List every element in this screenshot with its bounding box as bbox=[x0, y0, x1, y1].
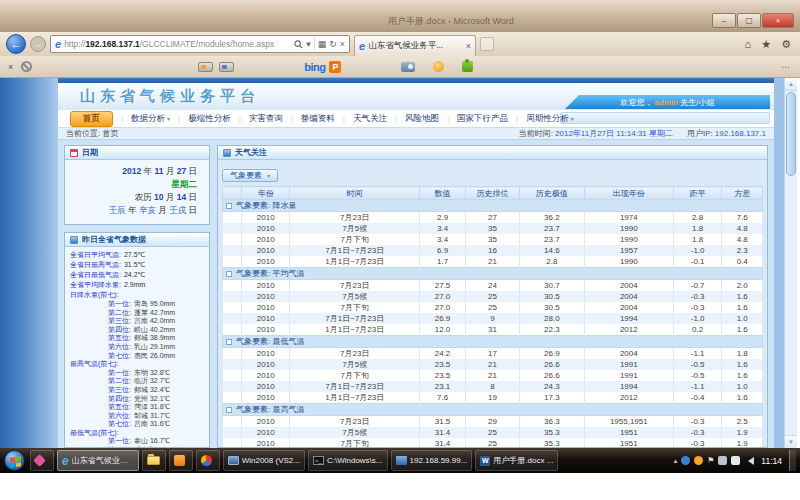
taskbar-button-cmd[interactable]: >_C:\Windows\s... bbox=[308, 450, 388, 471]
paw-icon[interactable] bbox=[433, 61, 444, 72]
taskbar-clock[interactable]: 11:14 bbox=[761, 456, 782, 466]
close-button[interactable]: × bbox=[762, 13, 794, 28]
show-desktop-button[interactable] bbox=[789, 450, 796, 471]
nav-item-8[interactable]: 周期性分析▾ bbox=[518, 113, 582, 125]
address-bar[interactable]: e http://192.168.137.1/GLCCLIMATE/module… bbox=[50, 35, 350, 53]
element-filter-button[interactable]: 气象要素 ▾ bbox=[222, 169, 278, 182]
network-icon[interactable] bbox=[718, 456, 727, 465]
table-row[interactable]: 20101月1日~7月23日7.61917.32012-0.41.6 bbox=[223, 392, 763, 404]
new-tab-button[interactable] bbox=[480, 37, 494, 51]
maximize-button[interactable]: ▢ bbox=[737, 13, 761, 28]
taskbar-button-launcher[interactable] bbox=[30, 450, 54, 471]
table-row[interactable]: 20107月5候27.02530.52004-0.31.6 bbox=[223, 291, 763, 302]
group-row-0[interactable]: 气象要素: 降水量 bbox=[223, 200, 763, 212]
table-row[interactable]: 20107月下旬31.42535.31951-0.31.9 bbox=[223, 438, 763, 447]
start-button[interactable] bbox=[4, 450, 25, 471]
taskbar-button-ie[interactable]: e山东省气候业务平台 bbox=[57, 450, 139, 471]
table-row[interactable]: 20107月23日2.92736.219742.87.6 bbox=[223, 212, 763, 224]
checkbox-icon[interactable] bbox=[226, 271, 232, 277]
taskbar-button-rdp[interactable]: 192.168.59.99... bbox=[391, 450, 473, 471]
summary-line: 全省平均降水量:2.9mm bbox=[70, 281, 207, 290]
hidden-icons-icon[interactable]: ▴ bbox=[674, 457, 678, 465]
group-label: 气象要素: 最高气温 bbox=[236, 405, 304, 414]
p-badge-icon[interactable]: P bbox=[329, 61, 341, 73]
nav-item-6[interactable]: 风险地图 bbox=[397, 113, 447, 125]
mail-icon[interactable] bbox=[198, 62, 213, 72]
table-cell: 1994 bbox=[584, 381, 673, 392]
checkbox-icon[interactable] bbox=[226, 339, 232, 345]
taskbar-button-folder[interactable] bbox=[142, 450, 166, 471]
rank-label: 第四位: bbox=[108, 395, 131, 402]
nav-item-4[interactable]: 整编资料 bbox=[293, 113, 343, 125]
overflow-dots-icon[interactable]: ⋯ bbox=[781, 62, 792, 72]
volume-icon[interactable] bbox=[744, 457, 754, 465]
addon-puzzle-icon[interactable] bbox=[462, 61, 473, 72]
flag-icon[interactable]: ⚑ bbox=[707, 456, 714, 465]
desktop-background: 用户手册.docx - Microsoft Word – ▢ × bbox=[0, 0, 800, 32]
taskbar-button-word[interactable]: W用户手册.docx ... bbox=[475, 450, 558, 471]
group-row-2[interactable]: 气象要素: 最低气温 bbox=[223, 336, 763, 348]
minimize-button[interactable]: – bbox=[712, 13, 736, 28]
table-row[interactable]: 20107月23日24.21726.92004-1.11.8 bbox=[223, 348, 763, 360]
toolbar-close-icon[interactable]: × bbox=[8, 62, 13, 72]
tab-close-icon[interactable]: × bbox=[466, 41, 471, 51]
checkbox-icon[interactable] bbox=[226, 407, 232, 413]
back-button[interactable]: ← bbox=[6, 34, 26, 54]
checkbox-icon[interactable] bbox=[226, 203, 232, 209]
rank-label: 第二位: bbox=[108, 309, 131, 316]
nav-item-3[interactable]: 灾害查询 bbox=[241, 113, 291, 125]
home-icon[interactable]: ⌂ bbox=[745, 38, 752, 50]
snagit-icon[interactable] bbox=[21, 61, 32, 72]
stop-icon[interactable]: × bbox=[340, 39, 345, 49]
nav-item-2[interactable]: 极端性分析 bbox=[180, 113, 239, 125]
table-row[interactable]: 20107月5候3.43523.719901.84.8 bbox=[223, 223, 763, 234]
group-label: 气象要素: 降水量 bbox=[236, 201, 296, 210]
table-row[interactable]: 20107月5候23.52126.61991-0.51.6 bbox=[223, 359, 763, 370]
group-row-1[interactable]: 气象要素: 平均气温 bbox=[223, 268, 763, 280]
vertical-scrollbar[interactable]: ▲ ▼ bbox=[784, 78, 797, 448]
yesterday-body: 全省日平均气温:27.5℃全省日最高气温:31.5℃全省日最低气温:24.2℃全… bbox=[65, 247, 209, 448]
sogou-icon[interactable] bbox=[694, 456, 703, 465]
nav-item-5[interactable]: 天气关注 bbox=[345, 113, 395, 125]
table-row[interactable]: 20107月5候31.42535.31951-0.31.9 bbox=[223, 427, 763, 438]
taskbar-button-app-orange[interactable] bbox=[169, 450, 193, 471]
browser-tab[interactable]: e 山东省气候业务平... × bbox=[354, 35, 476, 56]
table-row[interactable]: 20107月下旬27.02530.52004-0.31.6 bbox=[223, 302, 763, 313]
rank-value: 菏泽 31.8℃ bbox=[134, 403, 170, 410]
group-row-3[interactable]: 气象要素: 最高气温 bbox=[223, 404, 763, 416]
window-controls: – ▢ × bbox=[712, 13, 794, 28]
bing-logo[interactable]: bing bbox=[304, 61, 325, 73]
table-row[interactable]: 20101月1日~7月23日1.7212.81990-0.10.4 bbox=[223, 256, 763, 268]
action-center-icon[interactable] bbox=[731, 456, 740, 465]
col-header-5: 出现年份 bbox=[584, 187, 673, 200]
taskbar-button-vm[interactable]: Win2008 (VS2... bbox=[223, 450, 305, 471]
calendar-body: 2012 年 11 月 27 日星期二农历 10 月 14 日壬辰 年 辛亥 月… bbox=[65, 160, 209, 224]
refresh-icon[interactable]: ↻ bbox=[329, 39, 337, 49]
table-row[interactable]: 20107月23日31.52936.31955,1951-0.32.5 bbox=[223, 416, 763, 428]
table-row[interactable]: 20107月1日~7月23日26.9928.01994-1.01.0 bbox=[223, 313, 763, 324]
taskbar-button-media[interactable] bbox=[196, 450, 220, 471]
search-dropdown-icon[interactable]: ▾ bbox=[306, 39, 311, 49]
forward-button[interactable]: → bbox=[30, 36, 46, 52]
table-cell: 14.6 bbox=[519, 245, 584, 256]
nav-item-1[interactable]: 数据分析▾ bbox=[123, 113, 178, 125]
camera-icon[interactable] bbox=[401, 62, 415, 72]
favorites-star-icon[interactable]: ★ bbox=[761, 38, 771, 51]
nav-item-7[interactable]: 国家下行产品 bbox=[449, 113, 516, 125]
scroll-up-icon[interactable]: ▲ bbox=[785, 78, 797, 91]
messenger-icon[interactable] bbox=[681, 456, 690, 465]
table-row[interactable]: 20107月下旬3.43523.719901.84.8 bbox=[223, 234, 763, 245]
table-row[interactable]: 20107月23日27.52430.72004-0.72.0 bbox=[223, 280, 763, 292]
nav-item-0[interactable]: 首页 bbox=[70, 111, 113, 127]
table-row[interactable]: 20101月1日~7月23日12.03122.320120.21.6 bbox=[223, 324, 763, 336]
tools-gear-icon[interactable]: ⚙ bbox=[781, 38, 791, 51]
table-row[interactable]: 20107月1日~7月23日6.91614.61957-1.02.3 bbox=[223, 245, 763, 256]
search-icon[interactable] bbox=[294, 40, 303, 49]
table-row[interactable]: 20107月下旬23.52126.61991-0.51.6 bbox=[223, 370, 763, 381]
scroll-down-icon[interactable]: ▼ bbox=[785, 435, 797, 448]
table-cell: 1990 bbox=[584, 223, 673, 234]
photos-icon[interactable] bbox=[219, 62, 234, 72]
table-row[interactable]: 20107月1日~7月23日23.1824.31994-1.11.0 bbox=[223, 381, 763, 392]
scrollbar-thumb[interactable] bbox=[786, 92, 796, 176]
compatibility-view-icon[interactable]: ▦ bbox=[318, 39, 327, 49]
